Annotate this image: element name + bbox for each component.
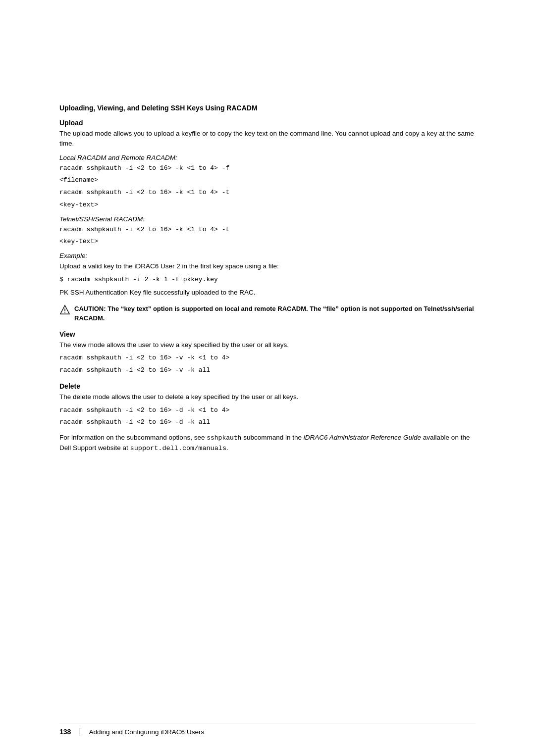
upload-description: The upload mode allows you to upload a k… bbox=[59, 129, 476, 149]
page-number: 138 bbox=[59, 728, 71, 736]
telnet-code-2: <key-text> bbox=[59, 237, 476, 247]
delete-heading: Delete bbox=[59, 382, 476, 390]
footer-desc-italic: iDRAC6 Administrator Reference Guide bbox=[304, 434, 421, 441]
local-code-3: racadm sshpkauth -i <2 to 16> -k <1 to 4… bbox=[59, 188, 476, 198]
footer-desc-link: support.dell.com/manuals bbox=[130, 445, 226, 452]
caution-box: CAUTION: The “key text” option is suppor… bbox=[59, 304, 476, 323]
delete-code-2: racadm sshpkauth -i <2 to 16> -d -k all bbox=[59, 417, 476, 428]
footer-desc-2: subcommand in the bbox=[241, 434, 303, 441]
view-heading: View bbox=[59, 330, 476, 338]
delete-description: The delete mode allows the user to delet… bbox=[59, 392, 476, 402]
pk-line: PK SSH Authentication Key file successfu… bbox=[59, 288, 476, 298]
telnet-label: Telnet/SSH/Serial RACADM: bbox=[59, 215, 476, 223]
example-code: $ racadm sshpkauth -i 2 -k 1 -f pkkey.ke… bbox=[59, 275, 476, 285]
view-code-2: racadm sshpkauth -i <2 to 16> -v -k all bbox=[59, 365, 476, 376]
example-label: Example: bbox=[59, 252, 476, 259]
footer-paragraph: For information on the subcommand option… bbox=[59, 433, 476, 454]
section-title: Uploading, Viewing, and Deleting SSH Key… bbox=[59, 104, 476, 112]
local-code-4: <key-text> bbox=[59, 200, 476, 210]
view-description: The view mode allows the user to view a … bbox=[59, 340, 476, 350]
upload-heading: Upload bbox=[59, 119, 476, 127]
example-description: Upload a valid key to the iDRAC6 User 2 … bbox=[59, 261, 476, 271]
footer-separator: | bbox=[79, 727, 81, 736]
footer-chapter-title: Adding and Configuring iDRAC6 Users bbox=[89, 728, 205, 736]
caution-strong: CAUTION: The “key text” option is suppor… bbox=[74, 305, 474, 322]
local-code-1: racadm sshpkauth -i <2 to 16> -k <1 to 4… bbox=[59, 163, 476, 174]
footer-desc-1: For information on the subcommand option… bbox=[59, 434, 207, 441]
delete-code-1: racadm sshpkauth -i <2 to 16> -d -k <1 t… bbox=[59, 405, 476, 416]
caution-icon bbox=[59, 304, 70, 315]
view-code-1: racadm sshpkauth -i <2 to 16> -v -k <1 t… bbox=[59, 353, 476, 363]
top-spacer bbox=[59, 30, 476, 89]
footer-desc-4: . bbox=[226, 444, 228, 452]
footer-desc-code: sshpkauth bbox=[207, 434, 241, 442]
caution-text: CAUTION: The “key text” option is suppor… bbox=[74, 304, 476, 323]
page: Uploading, Viewing, and Deleting SSH Key… bbox=[0, 0, 535, 756]
local-label: Local RACADM and Remote RACADM: bbox=[59, 154, 476, 161]
svg-point-2 bbox=[64, 312, 65, 312]
telnet-code-1: racadm sshpkauth -i <2 to 16> -k <1 to 4… bbox=[59, 225, 476, 235]
local-code-2: <filename> bbox=[59, 175, 476, 186]
page-footer: 138 | Adding and Configuring iDRAC6 User… bbox=[59, 723, 476, 736]
